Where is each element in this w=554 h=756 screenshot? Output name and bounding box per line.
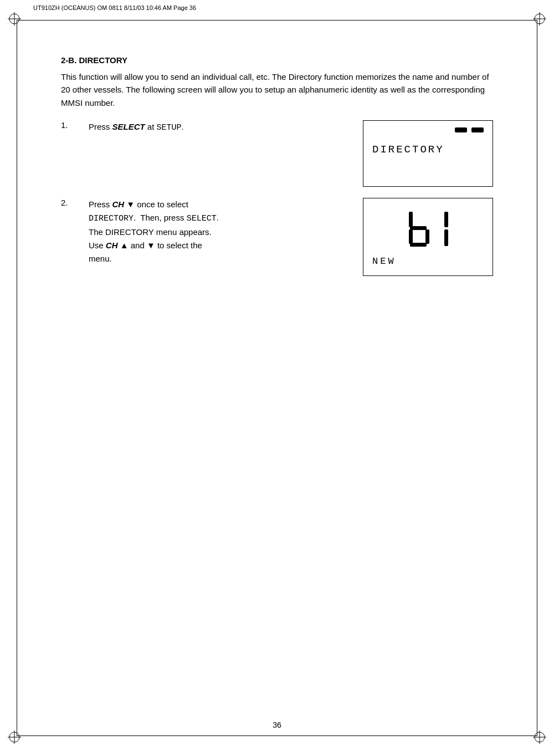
section-body: This function will allow you to send an … [61,70,493,109]
page-number: 36 [273,721,281,729]
select-keyword-2: SELECT [187,214,217,223]
lcd-dash-1 [455,127,467,132]
select-keyword: SELECT [112,122,145,131]
border-top [17,20,537,21]
setup-keyword: SETUP [157,123,182,132]
svg-rect-16 [425,229,429,244]
reg-mark-top-right [533,12,546,25]
border-right [537,20,537,736]
lcd-dashes [372,127,484,132]
seg-1-icon [438,210,450,249]
ch-down-keyword: CH ▼ [112,200,135,209]
step-1-text: Press SELECT at SETUP. [89,120,346,134]
lcd-digit-area [372,207,484,252]
seg-d-icon [407,210,434,249]
step-2-row: 2. Press CH ▼ once to select DIRECTORY. … [61,198,493,276]
step-2-display: NEW [363,198,493,276]
header: UT910ZH (OCEANUS) OM 0811 8/11/03 10:46 … [33,4,521,11]
reg-mark-bottom-left [8,731,21,744]
step-1-left: 1. Press SELECT at SETUP. [61,120,346,134]
step-1-content: 1. Press SELECT at SETUP. [61,120,346,134]
header-text: UT910ZH (OCEANUS) OM 0811 8/11/03 10:46 … [33,4,196,11]
lcd-dash-2 [471,127,484,132]
step-2-left: 2. Press CH ▼ once to select DIRECTORY. … [61,198,346,265]
main-content: 2-B. DIRECTORY This function will allow … [61,55,493,287]
step-2-text: Press CH ▼ once to select DIRECTORY. The… [89,198,219,265]
reg-mark-top-left [8,12,21,25]
ch-down-keyword-2: ▼ [147,241,155,250]
step-1-display: DIRECTORY [363,120,493,187]
svg-rect-18 [444,229,448,246]
svg-rect-15 [409,229,413,244]
step-1-number: 1. [61,120,89,130]
reg-mark-bottom-right [533,731,546,744]
border-left [17,20,17,736]
svg-rect-17 [444,212,448,227]
ch-up-keyword: CH ▲ [106,241,129,250]
step-1-row: 1. Press SELECT at SETUP. DIRECTORY [61,120,493,187]
lcd-display-2: NEW [363,198,493,276]
lcd-text-directory: DIRECTORY [372,144,484,156]
svg-rect-14 [409,212,413,227]
lcd-text-new: NEW [372,256,484,267]
lcd-display-1: DIRECTORY [363,120,493,187]
step-2-content: 2. Press CH ▼ once to select DIRECTORY. … [61,198,346,265]
section-title: 2-B. DIRECTORY [61,55,493,65]
step-2-number: 2. [61,198,89,207]
border-bottom [17,735,537,736]
directory-keyword: DIRECTORY [89,214,134,223]
